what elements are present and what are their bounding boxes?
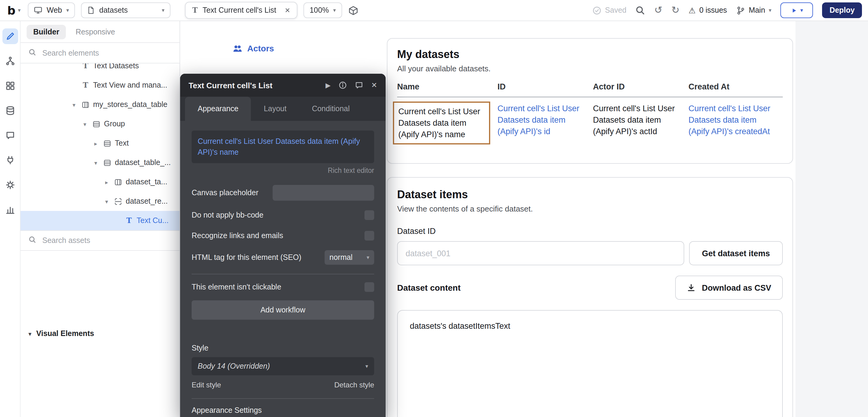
bb-code-label: Do not apply bb-code	[192, 211, 264, 220]
element-tree: TText DatasetsTText View and mana...▾my_…	[21, 63, 180, 230]
dataset-id-input[interactable]	[397, 241, 684, 265]
tree-item[interactable]: TText View and mana...	[21, 75, 180, 95]
actors-heading[interactable]: Actors	[233, 43, 274, 53]
tree-caret-icon[interactable]: ▸	[105, 179, 114, 185]
canvas-placeholder-label: Canvas placeholder	[192, 189, 258, 197]
tree-item-label: dataset_re...	[126, 197, 180, 205]
get-dataset-items-button[interactable]: Get dataset items	[689, 241, 783, 265]
comment-icon[interactable]	[355, 81, 363, 90]
not-clickable-label: This element isn't clickable	[192, 283, 281, 292]
database-icon[interactable]	[2, 103, 18, 119]
tab-responsive[interactable]: Responsive	[74, 25, 116, 39]
tab-appearance[interactable]: Appearance	[185, 97, 251, 121]
element-tab[interactable]: T Text Current cell's List ✕	[185, 2, 298, 19]
close-icon[interactable]: ✕	[371, 81, 377, 90]
issues-indicator[interactable]: ⚠ 0 issues	[688, 6, 727, 14]
table-header-divider	[397, 97, 783, 97]
edit-style-link[interactable]: Edit style	[192, 381, 221, 389]
tree-item[interactable]: ▸dataset_ta...	[21, 172, 180, 192]
preview-run-button[interactable]: ▾	[781, 2, 813, 18]
dataset-actor-id-cell[interactable]: Current cell's List User Datasets data i…	[593, 103, 688, 145]
info-icon[interactable]	[339, 81, 347, 90]
search-elements-input[interactable]	[41, 48, 172, 58]
components-button[interactable]	[348, 5, 358, 15]
tree-caret-icon[interactable]: ▾	[72, 101, 82, 108]
tab-builder[interactable]: Builder	[27, 25, 66, 39]
canvas-outside-page	[796, 21, 868, 417]
chevron-down-icon: ▾	[800, 7, 803, 13]
tab-conditional[interactable]: Conditional	[299, 97, 362, 121]
property-editor-titlebar[interactable]: Text Current cell's List ▶ ✕	[180, 74, 385, 97]
platform-selector[interactable]: Web ▾	[28, 2, 75, 18]
text-element-icon: T	[125, 216, 136, 225]
branch-label: Main	[749, 6, 765, 14]
tree-caret-icon[interactable]: ▾	[94, 159, 103, 166]
page-selector[interactable]: datasets ▾	[81, 2, 170, 18]
deploy-button[interactable]: Deploy	[823, 2, 862, 18]
tree-item[interactable]: TText Datasets	[21, 63, 180, 75]
property-editor-panel: Text Current cell's List ▶ ✕ Appearance …	[180, 74, 385, 417]
search-assets-input[interactable]	[41, 235, 172, 245]
download-icon	[687, 283, 696, 292]
links-emails-label: Recognize links and emails	[192, 232, 283, 240]
zoom-value: 100%	[309, 6, 329, 14]
search-icon	[636, 5, 645, 15]
gear-icon[interactable]	[2, 177, 18, 193]
my-datasets-card[interactable]: My datasets All your available datasets.…	[387, 38, 793, 164]
tree-item-label: dataset_ta...	[126, 178, 180, 186]
bubble-logo-menu[interactable]: b ▾	[6, 4, 22, 16]
tree-caret-icon[interactable]: ▾	[105, 198, 114, 204]
tree-item[interactable]: TText Cu...	[21, 211, 180, 230]
tree-item[interactable]: ▸Text	[21, 134, 180, 153]
platform-selector-value: Web	[46, 6, 62, 14]
design-pencil-icon[interactable]	[2, 28, 18, 44]
my-datasets-subtitle: All your available datasets.	[397, 64, 783, 73]
style-dropdown[interactable]: Body 14 (Overridden) ▾	[192, 357, 374, 376]
tree-item[interactable]: ▾dataset_re...	[21, 192, 180, 211]
detach-style-link[interactable]: Detach style	[334, 381, 374, 389]
dataset-id-cell[interactable]: Current cell's List User Datasets data i…	[497, 103, 593, 145]
tree-item[interactable]: ▾dataset_table_...	[21, 153, 180, 172]
warning-triangle-icon: ⚠	[688, 6, 695, 14]
search-button[interactable]	[636, 5, 645, 15]
chart-icon[interactable]	[2, 202, 18, 218]
dataset-content-box[interactable]: datasets's datasetItemsText	[397, 310, 783, 417]
tree-caret-icon[interactable]: ▸	[94, 140, 103, 147]
rich-text-editor-link[interactable]: Rich text editor	[192, 167, 374, 174]
appearance-settings-section-header[interactable]: Appearance Settings	[192, 407, 374, 415]
text-element-icon: T	[82, 81, 93, 90]
col-header-actor-id: Actor ID	[593, 82, 688, 91]
group-element-icon	[103, 159, 115, 166]
tree-item[interactable]: ▾Group	[21, 114, 180, 134]
dataset-name-cell-selected[interactable]: Current cell's List User Datasets data i…	[393, 101, 490, 145]
add-workflow-button[interactable]: Add workflow	[192, 301, 374, 320]
bb-code-checkbox[interactable]	[365, 211, 374, 220]
play-icon[interactable]: ▶	[326, 81, 331, 89]
plug-icon[interactable]	[2, 152, 18, 168]
style-section-label: Style	[192, 344, 374, 353]
rich-text-expression-box[interactable]: Current cell's List User Datasets data i…	[192, 131, 374, 163]
undo-icon[interactable]: ↺	[654, 5, 662, 15]
not-clickable-checkbox[interactable]	[365, 283, 374, 292]
links-emails-checkbox[interactable]	[365, 231, 374, 241]
text-element-icon: T	[82, 63, 93, 70]
zoom-selector[interactable]: 100% ▾	[304, 2, 342, 18]
close-icon[interactable]: ✕	[285, 6, 290, 14]
download-csv-button[interactable]: Download as CSV	[675, 276, 783, 300]
layout-grid-icon[interactable]	[2, 78, 18, 94]
dataset-content-text: datasets's datasetItemsText	[410, 322, 510, 330]
comment-bubble-icon[interactable]	[2, 128, 18, 143]
branch-selector[interactable]: Main ▾	[736, 6, 771, 15]
canvas-placeholder-input[interactable]	[273, 185, 374, 201]
tab-layout[interactable]: Layout	[251, 97, 299, 121]
sitemap-icon[interactable]	[2, 53, 18, 69]
dataset-content-label: Dataset content	[397, 283, 461, 292]
visual-elements-section-header[interactable]: ▾ Visual Elements	[21, 250, 180, 417]
tree-caret-icon[interactable]: ▾	[84, 121, 92, 127]
tree-item[interactable]: ▾my_stores_data_table	[21, 95, 180, 114]
redo-icon[interactable]: ↻	[672, 5, 680, 15]
dataset-items-card[interactable]: Dataset items View the contents of a spe…	[387, 177, 793, 417]
property-editor-title: Text Current cell's List	[189, 81, 272, 90]
html-tag-dropdown[interactable]: normal ▾	[324, 251, 374, 265]
dataset-created-at-cell[interactable]: Current cell's List User Datasets data i…	[688, 103, 783, 145]
